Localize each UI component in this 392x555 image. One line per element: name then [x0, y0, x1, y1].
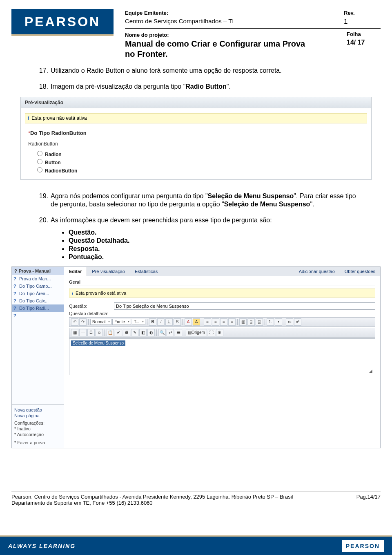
bold-icon[interactable]: B	[149, 318, 156, 326]
dropdown-field[interactable]: Seleção de Menu Suspenso	[71, 340, 125, 346]
paste-icon[interactable]: ✔	[115, 329, 122, 336]
notice-banner: i Esta prova não está ativa	[69, 289, 375, 298]
screenshot-editor: ? Prova - Manual Prova do Man... Do Tipo…	[11, 266, 381, 448]
underline-icon[interactable]: U	[165, 318, 173, 326]
info-icon: i	[72, 291, 73, 295]
pearson-logo-small: PEARSON	[342, 540, 384, 552]
item-19-text: Agora nós podemos configurar uma pergunt…	[51, 192, 381, 209]
fontcolor-icon[interactable]: A	[185, 318, 192, 326]
side-header: ? Prova - Manual	[12, 267, 64, 275]
item-18-num: 18.	[36, 83, 51, 91]
size-dropdown[interactable]: T...	[132, 319, 145, 325]
sidebar-item[interactable]: Do Tipo Área...	[12, 290, 64, 297]
item-20-text: As informações que devem ser preenchidas…	[51, 216, 381, 225]
bottom-bar: ALWAYS LEARNING PEARSON	[0, 535, 392, 555]
format-dropdown[interactable]: Normal	[90, 319, 111, 325]
bullet-item: Resposta.	[69, 245, 381, 253]
item-18-text: Imagem da pré-visualização da pergunta t…	[51, 83, 381, 91]
radio-option[interactable]: RadionButton	[37, 166, 367, 175]
radio-input[interactable]	[37, 151, 42, 156]
image-icon[interactable]: ▥	[239, 318, 247, 326]
question-input[interactable]	[114, 302, 375, 310]
table-icon[interactable]: ▦	[71, 329, 78, 336]
radio-option[interactable]: Button	[37, 158, 367, 166]
config-link[interactable]: * Fazer a prova	[14, 440, 61, 445]
paste-icon[interactable]: 📋	[107, 329, 114, 336]
selectall-icon[interactable]: ☰	[175, 329, 182, 336]
editor-toolbar: ↶ ↷ Normal Fonte T... B I U S A A ≡	[69, 317, 375, 327]
folha-value: 14/ 17	[347, 37, 381, 48]
align-left-icon[interactable]: ≡	[204, 318, 211, 326]
list-ol-icon[interactable]: 1.	[267, 318, 274, 326]
align-just-icon[interactable]: ≡	[228, 318, 236, 326]
notice-text: Esta prova não está ativa	[31, 115, 87, 121]
symbol-icon[interactable]: Ω	[87, 329, 95, 336]
print-icon[interactable]: 🖶	[123, 329, 130, 336]
strike-icon[interactable]: S	[174, 318, 181, 326]
nome-label: Nome do projeto:	[125, 32, 344, 38]
radio-input[interactable]	[37, 167, 42, 172]
undo-icon[interactable]: ↶	[71, 318, 78, 326]
italic-icon[interactable]: I	[157, 318, 165, 326]
nova-pagina-link[interactable]: Nova página	[14, 413, 61, 418]
emoji-icon[interactable]: ☺	[96, 329, 103, 336]
find-icon[interactable]: 🔍	[158, 329, 166, 336]
question-detailed-label: Questão detalhada:	[69, 311, 114, 316]
media-icon[interactable]: ◐	[147, 329, 155, 336]
item-17-text: Utilizando o Radio Button o aluno terá s…	[51, 67, 381, 75]
nova-questao-link[interactable]: Nova questão	[14, 407, 61, 413]
rev-label: Rev.	[344, 10, 381, 16]
color-icon[interactable]: ◧	[139, 329, 147, 336]
bullet-item: Questão.	[69, 229, 381, 236]
item-20-num: 20.	[36, 216, 51, 225]
link-icon[interactable]: ⍈	[247, 318, 255, 326]
footer-addr: Pearson, Centro de Serviços Compartilhad…	[11, 494, 348, 500]
notice-banner: i Esta prova não está ativa	[25, 113, 367, 123]
sub-icon[interactable]: x₂	[286, 318, 293, 326]
config-label: Configurações:	[14, 420, 61, 426]
align-center-icon[interactable]: ≡	[212, 318, 219, 326]
config-link[interactable]: * Autocorreção	[14, 432, 61, 437]
equipe-label: Equipe Emitente:	[125, 10, 344, 16]
font-dropdown[interactable]: Fonte	[112, 319, 131, 325]
config-link[interactable]: * Inativo	[14, 426, 61, 432]
project-title: Manual de como Criar e Configurar uma Pr…	[125, 39, 344, 59]
sidebar-item[interactable]: Do Tipo Radi...	[12, 304, 64, 312]
bgcolor-icon[interactable]: A	[193, 318, 200, 326]
hr-icon[interactable]: —	[79, 329, 87, 336]
centro-text: Centro de Serviços Compartilhados – TI	[125, 18, 344, 26]
screenshot-prev: Pré-visualização i Esta prova não está a…	[20, 97, 372, 180]
help-icon[interactable]: ⚙	[216, 329, 223, 336]
editor-area[interactable]: Seleção de Menu Suspenso ◢	[69, 338, 375, 375]
editor-toolbar-2: ▦ — Ω ☺ 📋 ✔ 🖶 ✎ ◧ ◐ 🔍 ⇄ ☰ ▤ Origem	[69, 328, 375, 338]
footer-page: Pag.14/17	[348, 494, 381, 500]
align-right-icon[interactable]: ≡	[220, 318, 227, 326]
spell-icon[interactable]: ✎	[131, 329, 138, 336]
tab-prev[interactable]: Pré-visualização	[87, 267, 130, 276]
sidebar-item[interactable]	[12, 312, 64, 314]
add-question-link[interactable]: Adicionar questão	[294, 267, 340, 276]
footer-dept: Departamento de Suporte em TE, Fone +55 …	[11, 500, 381, 506]
link-icon[interactable]: ⍈	[256, 318, 263, 326]
source-button[interactable]: ▤ Origem	[186, 329, 207, 336]
redo-icon[interactable]: ↷	[79, 318, 87, 326]
sidebar-item[interactable]: Prova do Man...	[12, 275, 64, 282]
tab-estat[interactable]: Estatísticas	[130, 267, 163, 276]
radio-input[interactable]	[37, 159, 42, 164]
always-learning: ALWAYS LEARNING	[8, 543, 76, 549]
fullscreen-icon[interactable]: ⛶	[208, 329, 215, 336]
notice-text: Esta prova não está ativa	[76, 291, 126, 295]
sidebar-item[interactable]: Do Tipo Caix...	[12, 297, 64, 304]
question-sub: RadionButton	[25, 136, 367, 150]
sup-icon[interactable]: x²	[294, 318, 301, 326]
sidebar-item[interactable]: Do Tipo Camp...	[12, 282, 64, 290]
replace-icon[interactable]: ⇄	[167, 329, 174, 336]
resize-handle-icon[interactable]: ◢	[369, 369, 372, 373]
radio-option[interactable]: Radion	[37, 150, 367, 158]
get-questions-link[interactable]: Obter questões	[340, 267, 380, 276]
pearson-logo: PEARSON	[11, 9, 114, 36]
tab-editar[interactable]: Editar	[64, 267, 87, 276]
list-ul-icon[interactable]: •	[275, 318, 282, 326]
geral-heading: Geral	[69, 280, 375, 286]
bullet-item: Pontuação.	[69, 253, 381, 261]
